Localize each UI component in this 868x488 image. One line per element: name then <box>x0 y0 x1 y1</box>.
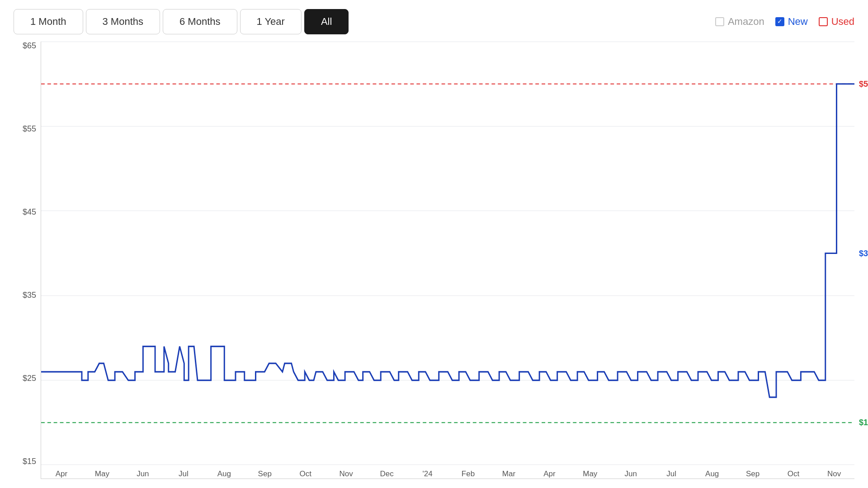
chart-svg <box>41 42 854 465</box>
amazon-checkbox[interactable] <box>715 17 724 26</box>
x-axis: Apr May Jun Jul Aug Sep Oct Nov Dec '24 … <box>41 465 854 479</box>
new-label: New <box>788 16 808 28</box>
x-label-dec: Dec <box>380 469 393 479</box>
y-label-15: $15 <box>14 457 36 465</box>
time-filter-buttons: 1 Month 3 Months 6 Months 1 Year All <box>14 9 349 34</box>
x-label-oct2: Oct <box>788 469 799 479</box>
x-label-oct: Oct <box>299 469 311 479</box>
chart-wrapper: $65 $55 $45 $35 $25 $15 <box>14 42 854 479</box>
x-label-apr: Apr <box>56 469 67 479</box>
btn-1month[interactable]: 1 Month <box>14 9 83 34</box>
y-label-65: $65 <box>14 42 36 50</box>
used-checkbox[interactable] <box>819 17 828 26</box>
used-label: Used <box>831 16 854 28</box>
legend-used: Used <box>819 16 854 28</box>
x-label-sep: Sep <box>258 469 272 479</box>
x-label-jun: Jun <box>137 469 149 479</box>
x-label-aug: Aug <box>217 469 231 479</box>
blue-price-line <box>41 84 854 397</box>
x-label-nov: Nov <box>340 469 353 479</box>
chart-area: $65 $55 $45 $35 $25 $15 <box>14 42 854 479</box>
x-label-apr2: Apr <box>543 469 555 479</box>
x-label-jul2: Jul <box>666 469 676 479</box>
page-container: 1 Month 3 Months 6 Months 1 Year All Ama… <box>0 0 868 488</box>
y-label-35: $35 <box>14 291 36 299</box>
y-label-55: $55 <box>14 125 36 133</box>
legend-amazon: Amazon <box>715 16 764 28</box>
chart-inner: $59.99 $39.99 $19.99 Apr May Jun Jul Aug… <box>41 42 854 479</box>
x-label-mar: Mar <box>502 469 515 479</box>
x-label-may: May <box>95 469 109 479</box>
legend-new: New <box>775 16 808 28</box>
toolbar: 1 Month 3 Months 6 Months 1 Year All Ama… <box>14 9 854 34</box>
x-label-nov2: Nov <box>827 469 841 479</box>
x-label-aug2: Aug <box>705 469 719 479</box>
x-label-sep2: Sep <box>746 469 760 479</box>
btn-1year[interactable]: 1 Year <box>240 9 302 34</box>
price-label-5999: $59.99 <box>859 80 868 89</box>
x-label-jun2: Jun <box>625 469 637 479</box>
x-label-may2: May <box>583 469 597 479</box>
chart-legend: Amazon New Used <box>715 16 854 28</box>
y-label-45: $45 <box>14 208 36 216</box>
btn-6months[interactable]: 6 Months <box>163 9 237 34</box>
amazon-label: Amazon <box>728 16 764 28</box>
x-label-feb: Feb <box>462 469 475 479</box>
x-label-jul: Jul <box>179 469 189 479</box>
btn-3months[interactable]: 3 Months <box>86 9 160 34</box>
x-label-24: '24 <box>422 469 432 479</box>
price-label-1999: $19.99 <box>859 418 868 427</box>
price-label-3999: $39.99 <box>859 249 868 258</box>
new-checkbox[interactable] <box>775 17 784 26</box>
btn-all[interactable]: All <box>304 9 349 34</box>
y-label-25: $25 <box>14 374 36 382</box>
y-axis: $65 $55 $45 $35 $25 $15 <box>14 42 41 479</box>
